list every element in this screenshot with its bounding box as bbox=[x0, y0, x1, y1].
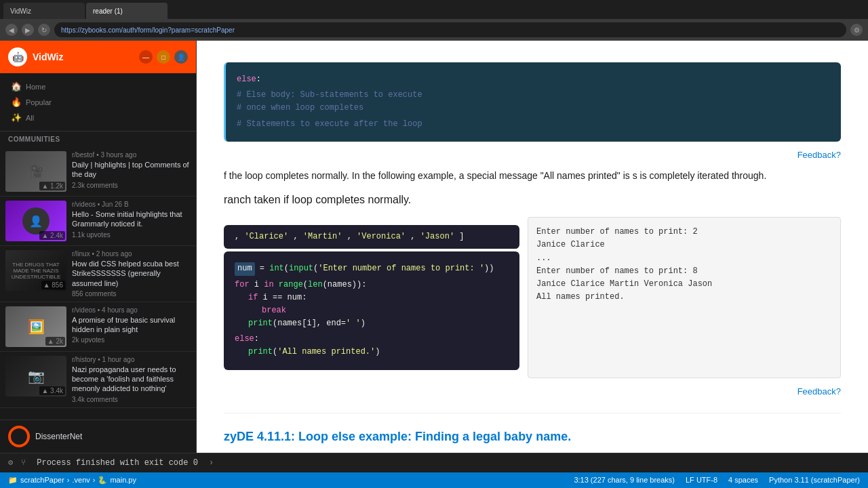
feed-title: Hello - Some initial highlights that Gra… bbox=[72, 209, 191, 229]
code-output-block: Enter number of names to print: 2 Janice… bbox=[528, 217, 841, 378]
feed-item[interactable]: 🖼️ ▲ 2k r/videos • 4 hours ago A promise… bbox=[0, 302, 196, 352]
feed-subreddit: r/videos • 4 hours ago bbox=[72, 306, 191, 314]
user-settings-button[interactable]: 👤 bbox=[174, 50, 188, 64]
arrow2-icon: › bbox=[93, 476, 96, 484]
communities-label: Communities bbox=[0, 131, 196, 147]
puzzle-icon: ⚙ bbox=[854, 26, 860, 34]
sidebar-header: 🤖 VidWiz — □ 👤 bbox=[0, 41, 196, 73]
home-icon: 🏠 bbox=[11, 81, 22, 92]
feed-content: r/bestof • 3 hours ago Daily | highlight… bbox=[72, 151, 191, 192]
minus-icon: — bbox=[142, 54, 149, 61]
fire-icon: 🔥 bbox=[11, 97, 22, 107]
feed-thumbnail: 👤 ▲ 2.4k bbox=[5, 201, 66, 241]
feed-meta: 3.4k comments bbox=[72, 396, 191, 403]
feed-thumbnail: 📷 ▲ 3.4k bbox=[5, 356, 66, 396]
sidebar-item-popular[interactable]: 🔥 Popular bbox=[0, 94, 196, 110]
back-icon: ◀ bbox=[9, 26, 14, 34]
sidebar-footer: DissenterNet bbox=[0, 420, 196, 453]
code-block-top: else: # Else body: Sub-statements to exe… bbox=[224, 62, 841, 142]
browser-tabs: VidWiz reader (1) bbox=[0, 0, 868, 19]
feed-content: r/history • 1 hour ago Nazi propaganda u… bbox=[72, 356, 191, 403]
browser-toolbar: ◀ ▶ ↻ https://zybooks.com/auth/form/logi… bbox=[0, 19, 868, 41]
maximize-button[interactable]: □ bbox=[157, 50, 170, 64]
output-line-2: Janice Clarice bbox=[536, 239, 832, 251]
output-line-6: All names printed. bbox=[536, 291, 832, 304]
feed-subreddit: r/history • 1 hour ago bbox=[72, 356, 191, 363]
vote-count: ▲ 856 bbox=[41, 281, 65, 289]
refresh-icon: ↻ bbox=[41, 26, 47, 34]
feed-item[interactable]: 📷 ▲ 3.4k r/history • 1 hour ago Nazi pro… bbox=[0, 352, 196, 408]
encoding: LF UTF-8 bbox=[686, 476, 717, 484]
names-array-block: , 'Clarice' , 'Martin' , 'Veronica' , 'J… bbox=[224, 225, 519, 249]
main-code-block: num = int(input('Enter number of names t… bbox=[224, 251, 519, 369]
sidebar: 🤖 VidWiz — □ 👤 🏠 Home 🔥 Popular ✨ All bbox=[0, 41, 197, 453]
tab-reader[interactable]: reader (1) bbox=[86, 3, 167, 19]
feed-title: A promise of true basic survival hidden … bbox=[72, 315, 191, 335]
username-label: DissenterNet bbox=[35, 432, 82, 441]
photo-icon: 📷 bbox=[28, 368, 45, 384]
output-line-3: ... bbox=[536, 252, 832, 265]
feed-meta: 2.3k comments bbox=[72, 182, 191, 189]
feedback-link-top[interactable]: Feedback? bbox=[224, 150, 841, 160]
feedback-link-bottom[interactable]: Feedback? bbox=[224, 386, 841, 396]
intro-paragraph: f the loop completes normally. In the fo… bbox=[224, 168, 841, 183]
vote-count: ▲ 2.4k bbox=[39, 231, 65, 240]
main-area: 🤖 VidWiz — □ 👤 🏠 Home 🔥 Popular ✨ All bbox=[0, 41, 868, 453]
avatar bbox=[8, 426, 30, 447]
site-logo: 🤖 bbox=[8, 47, 27, 66]
sidebar-nav: 🏠 Home 🔥 Popular ✨ All bbox=[0, 73, 196, 131]
feed-content: r/videos • 4 hours ago A promise of true… bbox=[72, 306, 191, 347]
tutorial-content[interactable]: else: # Else body: Sub-statements to exe… bbox=[197, 41, 868, 453]
image-icon: 🖼️ bbox=[28, 319, 45, 335]
person-icon: 👤 bbox=[29, 215, 43, 228]
terminal-output: ⚙ ⑂ Process finished with exit code 0 › bbox=[0, 453, 868, 472]
git-icon: ⑂ bbox=[21, 458, 26, 468]
feed-subreddit: r/videos • Jun 26 B bbox=[72, 201, 191, 208]
vscode-status-bar: 📁 scratchPaper › .venv › 🐍 main.py 3:13 … bbox=[0, 472, 868, 488]
sidebar-item-all[interactable]: ✨ All bbox=[0, 110, 196, 125]
feed-thumbnail: 🎥 ▲ 1.2k bbox=[5, 151, 66, 192]
output-line-4: Enter number of names to print: 8 bbox=[536, 265, 832, 278]
person-icon: 👤 bbox=[177, 54, 185, 61]
video-icon: 🎥 bbox=[28, 164, 43, 179]
python-icon: 🐍 bbox=[98, 476, 107, 485]
address-bar[interactable]: https://zybooks.com/auth/form/login?para… bbox=[54, 22, 846, 37]
feed-item[interactable]: 🎥 ▲ 1.2k r/bestof • 3 hours ago Daily | … bbox=[0, 147, 196, 197]
logo-icon: 🤖 bbox=[12, 52, 24, 62]
section-title: zyDE 4.11.1: Loop else example: Finding … bbox=[224, 413, 841, 444]
feed-title: How did CSS helped scuba best StrikeSSSS… bbox=[72, 259, 191, 288]
tab-vidwiz[interactable]: VidWiz bbox=[3, 3, 85, 19]
folder-icon: 📁 bbox=[8, 476, 18, 485]
feed-meta: 856 comments bbox=[72, 290, 191, 298]
feed-subreddit: r/bestof • 3 hours ago bbox=[72, 151, 191, 159]
sparkle-icon: ✨ bbox=[11, 113, 22, 123]
vote-count: ▲ 1.2k bbox=[39, 182, 65, 190]
feed-thumbnail: THE DRUGS THAT MADE THE NAZIS UNDESTRUCT… bbox=[5, 250, 66, 291]
output-line-1: Enter number of names to print: 2 bbox=[536, 226, 832, 239]
sidebar-item-home[interactable]: 🏠 Home bbox=[0, 79, 196, 94]
language: Python 3.11 (scratchPaper) bbox=[769, 476, 860, 484]
feed-item[interactable]: 👤 ▲ 2.4k r/videos • Jun 26 B Hello - Som… bbox=[0, 197, 196, 246]
feed-content: r/videos • Jun 26 B Hello - Some initial… bbox=[72, 201, 191, 241]
code-input-block: , 'Clarice' , 'Martin' , 'Veronica' , 'J… bbox=[224, 217, 519, 378]
feed-title: Nazi propaganda user needs to become a '… bbox=[72, 365, 191, 394]
feed-meta: 1.1k upvotes bbox=[72, 231, 191, 239]
forward-icon: ▶ bbox=[25, 26, 31, 34]
extensions-button[interactable]: ⚙ bbox=[850, 24, 863, 36]
file-path[interactable]: 📁 scratchPaper › .venv › 🐍 main.py bbox=[8, 476, 136, 485]
refresh-button[interactable]: ↻ bbox=[38, 24, 50, 36]
feed-thumbnail: 🖼️ ▲ 2k bbox=[5, 306, 66, 347]
vote-count: ▲ 3.4k bbox=[39, 386, 65, 395]
feed-title: Daily | highlights | top Comments of the… bbox=[72, 160, 191, 180]
vote-count: ▲ 2k bbox=[45, 337, 65, 346]
back-button[interactable]: ◀ bbox=[5, 24, 18, 36]
minimize-button[interactable]: — bbox=[139, 50, 153, 64]
maximize-icon: □ bbox=[161, 54, 165, 61]
cursor-position: 3:13 (227 chars, 9 line breaks) bbox=[574, 476, 675, 484]
chevron-icon: › bbox=[209, 458, 214, 468]
sidebar-feed: 🎥 ▲ 1.2k r/bestof • 3 hours ago Daily | … bbox=[0, 147, 196, 420]
browser-bar: VidWiz reader (1) ◀ ▶ ↻ https://zybooks.… bbox=[0, 0, 868, 41]
forward-button[interactable]: ▶ bbox=[22, 24, 34, 36]
feed-item[interactable]: THE DRUGS THAT MADE THE NAZIS UNDESTRUCT… bbox=[0, 246, 196, 302]
terminal-text: Process finished with exit code 0 bbox=[37, 458, 198, 468]
